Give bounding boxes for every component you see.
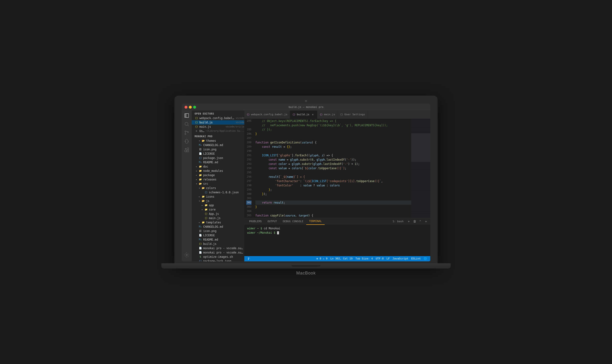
status-tab-size[interactable]: Tab Size: 4: [354, 256, 374, 261]
json-icon: {}: [198, 259, 202, 261]
code-editor[interactable]: 285 285 286 287 288 289 290 291 292 29: [244, 119, 411, 218]
tabs-bar: {} webpack.config.babel.js {} build.js ×…: [244, 111, 430, 119]
tab-settings[interactable]: {} User Settings: [338, 111, 368, 119]
activity-debug[interactable]: [183, 137, 191, 145]
maximize-button[interactable]: [193, 106, 196, 109]
file-schemes[interactable]: {} schemes-1.0.0.json: [192, 190, 244, 195]
status-eslint[interactable]: ESLint: [410, 256, 422, 261]
file-readme2[interactable]: M↓ README.md: [192, 237, 244, 242]
folder-icons[interactable]: 📁 icons: [192, 195, 244, 199]
panel-tab-debug[interactable]: DEBUG CONSOLE: [280, 218, 306, 225]
editor-area: {} webpack.config.babel.js {} build.js ×…: [244, 111, 430, 261]
tab-build-icon: {}: [292, 113, 295, 116]
file-changelog[interactable]: M↓ CHANGELOG.md: [192, 143, 244, 147]
file-license-name: LICENSE: [203, 152, 244, 155]
folder-core[interactable]: 📁 core: [192, 208, 244, 212]
folder-src-label: src: [203, 182, 244, 185]
root-sublime-worksp[interactable]: 📄 monokai pro - vscode.sublime-worksp...: [192, 250, 244, 255]
folder-js[interactable]: 📂 js: [192, 199, 244, 203]
close-button[interactable]: [184, 106, 187, 109]
folder-icon: 📁: [198, 173, 202, 177]
folder-colors[interactable]: 📂 colors: [192, 186, 244, 190]
js-icon: {}: [198, 242, 202, 246]
folder-package[interactable]: 📁 package: [192, 173, 244, 177]
terminal-content[interactable]: wimer ~ $ cd Monokai wimer ~/Monokai $: [244, 225, 430, 256]
activity-search[interactable]: [183, 120, 191, 128]
code-line: };: [255, 188, 411, 192]
activity-explorer[interactable]: [183, 111, 191, 120]
panel-close-btn[interactable]: ×: [424, 219, 428, 224]
activity-settings[interactable]: [183, 251, 191, 259]
folder-icon: 📁: [198, 169, 202, 173]
root-optimize-sh[interactable]: $ optimize-images.sh: [192, 255, 244, 259]
file-main-js[interactable]: {} main.js: [192, 216, 244, 220]
svg-rect-6: [187, 150, 189, 152]
root-sublime-project[interactable]: 📄 monokai pro - vscode.sublime-project: [192, 246, 244, 250]
open-editor-settings[interactable]: ⚙ User Settings ~/Library/Application Su…: [192, 129, 244, 133]
title-bar: build.js — monokai pro: [182, 104, 430, 111]
txt-icon: 📄: [198, 251, 202, 254]
code-content[interactable]: // Object.keys(REPLACEMENTS).forEach(key…: [253, 119, 411, 218]
traffic-lights: [184, 106, 196, 109]
folder-releases[interactable]: 📁 releases: [192, 177, 244, 182]
open-editor-build-name: build.js: [199, 121, 235, 124]
txt-icon: 📄: [198, 246, 202, 250]
svg-rect-0: [185, 113, 189, 117]
open-editor-main[interactable]: {} main.js vscode/src/js: [192, 125, 244, 129]
code-line: const result = {};: [255, 145, 411, 149]
panel-tab-problems[interactable]: PROBLEMS: [246, 218, 265, 225]
open-editor-webpack[interactable]: {} webpack.config.babel.js vscode: [192, 116, 244, 120]
status-ln-col[interactable]: Ln 302, Col 19: [329, 256, 354, 261]
panel-add-btn[interactable]: +: [406, 219, 411, 224]
svg-point-10: [248, 259, 249, 260]
status-encoding[interactable]: UTF-8: [374, 256, 385, 261]
folder-icon: 📁: [204, 203, 208, 207]
folder-app-label: app: [209, 204, 244, 207]
json-icon: {}: [198, 156, 202, 160]
file-package-json[interactable]: {} package.json: [192, 156, 244, 160]
status-branch[interactable]: [246, 256, 252, 261]
tab-main-label: main.js: [324, 113, 335, 116]
tab-webpack[interactable]: {} webpack.config.babel.js: [244, 111, 290, 119]
folder-src[interactable]: 📂 src: [192, 182, 244, 186]
file-license2[interactable]: 📄 LICENSE: [192, 233, 244, 237]
file-license[interactable]: 📄 LICENSE: [192, 152, 244, 156]
txt-icon: 📄: [198, 152, 202, 156]
status-line-ending[interactable]: LF: [385, 256, 391, 261]
open-editor-build[interactable]: {} build.js vscode: [192, 120, 244, 125]
folder-templates[interactable]: 📁 templates: [192, 220, 244, 225]
root-build-js[interactable]: {} build.js: [192, 242, 244, 246]
panel-tab-output[interactable]: OUTPUT: [265, 218, 280, 225]
folder-node-modules[interactable]: 📁 node_modules: [192, 169, 244, 173]
activity-extensions[interactable]: [183, 146, 191, 154]
folder-icon: 📂: [201, 199, 205, 203]
root-package-lock[interactable]: {} package-lock.json: [192, 259, 244, 261]
panel-up-btn[interactable]: ⌃: [418, 219, 423, 224]
svg-rect-5: [185, 150, 186, 152]
file-changelog2[interactable]: M↓ CHANGELOG.md: [192, 225, 244, 229]
file-app-js[interactable]: {} App.js: [192, 212, 244, 216]
code-line: [255, 170, 411, 175]
panel-tab-terminal[interactable]: TERMINAL: [306, 218, 325, 225]
file-icon-png2[interactable]: 🖼 icon.png: [192, 229, 244, 233]
tab-main[interactable]: {} main.js: [317, 111, 337, 119]
code-line: [255, 196, 411, 200]
txt-icon: 📄: [198, 234, 202, 237]
file-icon-png[interactable]: 🖼 icon.png: [192, 147, 244, 152]
status-language[interactable]: JavaScript: [391, 256, 410, 261]
code-line: // nePlacements.push(new RegExp(`\\$${ke…: [255, 123, 411, 128]
folder-themes[interactable]: 📂 themes: [192, 139, 244, 143]
folder-app[interactable]: 📁 app: [192, 203, 244, 208]
minimize-button[interactable]: [189, 106, 192, 109]
file-readme[interactable]: M↓ README.md: [192, 160, 244, 164]
status-globe[interactable]: 🌐: [422, 256, 428, 261]
activity-git[interactable]: [183, 129, 191, 137]
tab-build[interactable]: {} build.js ×: [290, 111, 317, 119]
screen-bezel: build.js — monokai pro: [175, 96, 437, 263]
status-errors[interactable]: ⊗ 0 ⚠ 0: [315, 256, 329, 261]
folder-doc[interactable]: 📁 doc: [192, 164, 244, 169]
open-editor-webpack-path: vscode: [236, 117, 244, 119]
svg-point-9: [248, 258, 249, 258]
tab-build-close[interactable]: ×: [311, 113, 315, 117]
panel-trash-btn[interactable]: 🗑: [412, 219, 417, 224]
